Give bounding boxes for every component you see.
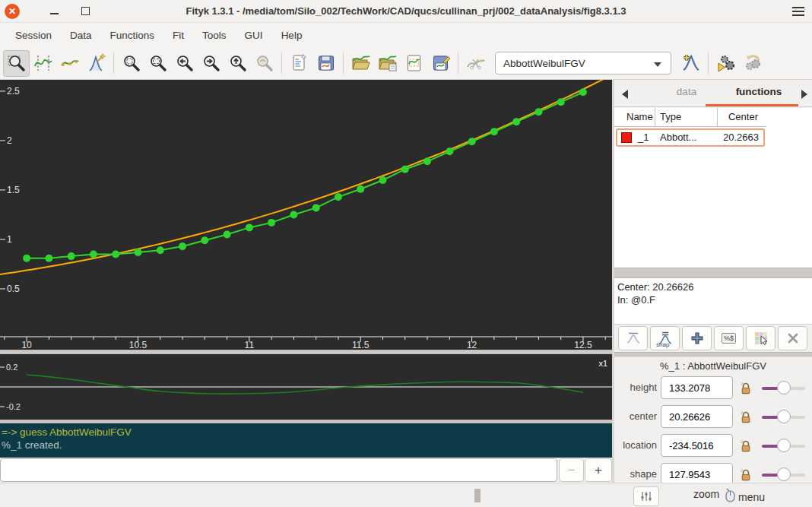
range-mode-button[interactable] [30,50,56,77]
plus-icon [690,331,705,346]
toolbar-separator [113,52,114,74]
lock-icon[interactable] [740,410,752,423]
sidebar-splitter[interactable] [614,268,812,278]
menu-data[interactable]: Data [61,26,101,45]
param-location-slider[interactable] [760,438,807,453]
script-editor-button[interactable] [286,50,312,77]
command-input-row: − + [0,458,612,483]
undo-fit-button[interactable] [739,50,766,77]
add-function-button[interactable] [677,50,704,77]
slider-knob[interactable] [777,410,791,423]
peak-markers-button[interactable] [618,326,648,350]
percent-icon: %$ [722,333,736,344]
zoom-select-button[interactable] [144,50,171,77]
param-location-input[interactable] [661,434,733,457]
zoom-vertical-button[interactable] [224,50,251,77]
add-function-icon [681,53,701,73]
window-menu-icon[interactable] [792,7,804,16]
zoom-mode-icon [7,53,27,73]
grow-input-button[interactable]: + [585,458,612,482]
menu-tools[interactable]: Tools [193,26,236,45]
function-type-selector[interactable]: AbbottWeibulFGV [495,52,671,74]
titlebar: ✕ Fityk 1.3.1 - /media/tom/Silo_002/Tech… [0,0,812,23]
zoom-undo-button[interactable] [251,50,278,77]
close-button[interactable]: ✕ [5,4,20,19]
save-data-button[interactable] [427,50,454,77]
function-center-cell: 20.2663 [715,132,759,143]
peak-draft-mode-button[interactable] [83,50,109,77]
script-editor-icon [290,53,309,73]
menu-gui[interactable]: GUI [236,26,272,45]
tab-functions[interactable]: functions [713,86,804,97]
value-percent-button[interactable]: %$ [714,326,744,350]
tab-data[interactable]: data [660,86,713,97]
param-label: shape [614,468,657,480]
lock-icon[interactable] [740,468,752,481]
delete-function-button[interactable] [778,326,807,350]
param-center-input[interactable] [661,405,733,428]
open-data-button[interactable] [347,50,374,77]
shrink-input-button[interactable]: − [559,458,584,482]
fityk-window: ✕ Fityk 1.3.1 - /media/tom/Silo_002/Tech… [0,0,812,507]
tab-scroll-right-icon[interactable] [801,90,807,99]
column-header-center[interactable]: Center [717,111,758,122]
functions-table: Name Type Center _1 Abbott... 20.2663 [614,108,812,268]
table-row[interactable]: _1 Abbott... 20.2663 [616,128,765,147]
append-data-button[interactable] [374,50,401,77]
svg-text:-0.2: -0.2 [6,402,21,411]
snap-to-data-button[interactable]: snap [650,326,680,350]
param-center-slider[interactable] [760,409,807,424]
toolbar-separator [281,52,282,74]
svg-text:12: 12 [467,340,477,350]
baseline-mode-button[interactable] [56,50,83,77]
column-header-name[interactable]: Name [626,111,653,122]
strip-background-button[interactable] [462,50,489,77]
menu-fit[interactable]: Fit [163,26,193,45]
auxiliary-plot[interactable]: 0.2-0.2x1 [0,354,612,420]
resize-grip[interactable] [474,489,481,502]
param-row-center: center [614,405,812,428]
undo-fit-icon [743,53,763,73]
minimize-button[interactable] [50,13,59,14]
grid-hand-button[interactable] [746,326,776,350]
active-tab-indicator [706,104,798,106]
run-fit-button[interactable] [712,50,739,77]
export-data-button[interactable] [401,50,427,77]
param-height-input[interactable] [661,376,733,399]
param-label: center [614,410,657,422]
tab-scroll-left-icon[interactable] [622,90,628,99]
command-input[interactable] [0,458,557,482]
zoom-next-button[interactable] [198,50,224,77]
function-type-cell: Abbott... [660,132,696,143]
toolbar-separator [708,52,709,74]
param-shape-slider[interactable] [760,467,807,482]
save-session-button[interactable] [312,50,339,77]
add-function-sidebar-button[interactable] [682,326,712,350]
strip-background-icon [466,53,486,73]
parameters-panel: %_1 : AbbottWeibulFGV height center loca… [614,356,812,483]
function-info-panel: Center: 20.26626 In: @0.F [614,278,812,325]
lock-icon[interactable] [740,439,752,452]
function-color-swatch[interactable] [621,132,632,143]
maximize-button[interactable] [81,7,90,15]
menu-session[interactable]: Session [6,26,61,45]
menu-help[interactable]: Help [272,26,312,45]
slider-knob[interactable] [777,381,791,395]
mouse-config-button[interactable] [633,486,659,506]
menu-functions[interactable]: Functions [101,26,164,45]
column-divider [717,108,718,127]
zoom-all-button[interactable] [118,50,144,77]
svg-text:11.5: 11.5 [352,340,370,350]
menubar: Session Data Functions Fit Tools GUI Hel… [0,23,812,47]
sidebar-mini-toolbar: snap %$ [614,325,812,352]
zoom-previous-button[interactable] [171,50,198,77]
zoom-undo-icon [255,53,274,73]
zoom-mode-button[interactable] [3,50,30,77]
slider-knob[interactable] [777,439,791,452]
slider-knob[interactable] [777,467,791,481]
column-header-type[interactable]: Type [660,111,681,122]
main-plot[interactable]: 1010.51111.51212.50.511.522.5 [0,80,612,350]
lock-icon[interactable] [740,382,752,395]
param-height-slider[interactable] [760,380,807,395]
sidebar-tabstrip: data functions [614,80,812,107]
